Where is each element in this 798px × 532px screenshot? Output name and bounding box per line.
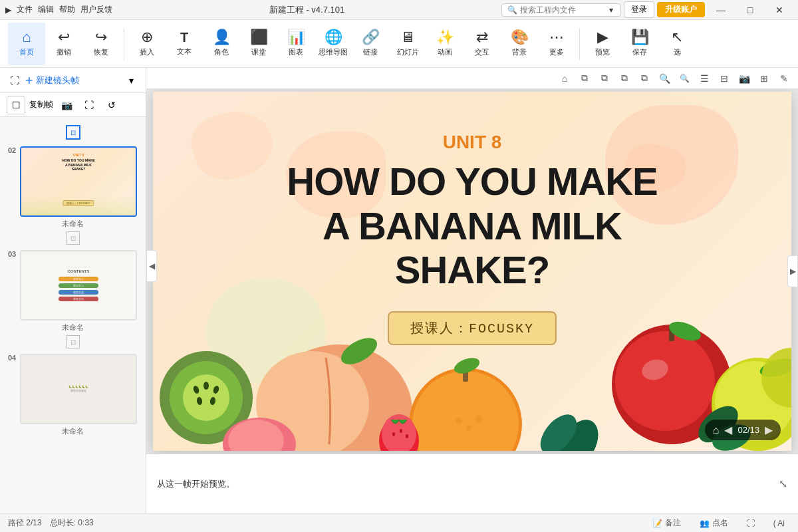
- copy-frame-toolbar: ☐ 复制帧 📷 ⛶ ↺: [0, 93, 146, 117]
- menu-file[interactable]: 文件: [17, 4, 33, 15]
- app-title: 新建工程 - v4.7.101: [269, 4, 344, 16]
- canvas-camera-icon[interactable]: 📷: [735, 70, 753, 87]
- tool-insert[interactable]: ⊕ 插入: [128, 23, 166, 65]
- right-expand-button[interactable]: ▶: [787, 255, 798, 287]
- tool-text[interactable]: T 文本: [166, 23, 203, 65]
- canvas-grid-icon[interactable]: ⊞: [755, 70, 773, 87]
- close-button[interactable]: ✕: [766, 0, 793, 20]
- slide-navigation: ⌂ ◀ 02/13 ▶: [705, 420, 781, 440]
- nav-next-button[interactable]: ▶: [765, 424, 773, 436]
- tool-select[interactable]: ↖ 选: [658, 23, 696, 65]
- frame-03-contents-label: CONTENTS: [68, 269, 90, 273]
- tool-preview[interactable]: ▶ 预览: [584, 23, 621, 65]
- sidebar-scroll-down[interactable]: ▾: [122, 71, 140, 90]
- search-icon: 🔍: [507, 5, 517, 15]
- canvas-toolbar: ⌂ ⧉ ⧉ ⧉ ⧉ 🔍 🔍 ☰ ⊟ 📷 ⊞ ✎: [146, 68, 798, 89]
- frame-03-thumb[interactable]: CONTENTS 课堂导入 重点学习 随堂巩固 课堂总结: [20, 250, 137, 321]
- tool-home[interactable]: ⌂ 首页: [8, 23, 45, 65]
- tool-undo[interactable]: ↩ 撤销: [45, 23, 82, 65]
- refresh-icon[interactable]: ↺: [102, 96, 121, 114]
- tool-insert-label: 插入: [140, 47, 154, 57]
- notes-button[interactable]: 📝 备注: [647, 516, 686, 530]
- copy-frame-checkbox[interactable]: ☐: [7, 96, 25, 114]
- tool-link[interactable]: 🔗 链接: [352, 23, 389, 65]
- notes-icon: 📝: [652, 519, 662, 528]
- search-bar[interactable]: 🔍 ▾: [501, 3, 621, 17]
- frame-02-thumb[interactable]: UNIT 8 HOW DO YOU MAKEA BANANA MILKSHAKE…: [20, 146, 137, 217]
- frame-03-row: 03 CONTENTS 课堂导入 重点学习 随堂巩固 课堂总结: [8, 250, 138, 321]
- login-button[interactable]: 登录: [624, 1, 654, 18]
- title-line2: A BANANA MILK: [323, 204, 622, 247]
- sidebar-collapse-button[interactable]: ◀: [146, 250, 157, 282]
- unit-label: UNIT 8: [443, 132, 502, 153]
- frame-add-between-1[interactable]: ⊡: [66, 231, 80, 245]
- slide-main-content: UNIT 8 HOW DO YOU MAKE A BANANA MILK SHA…: [153, 92, 791, 451]
- tool-slide[interactable]: 🖥 幻灯片: [389, 23, 426, 65]
- nav-prev-button[interactable]: ◀: [724, 424, 732, 436]
- tool-classroom[interactable]: ⬛ 课堂: [240, 23, 277, 65]
- search-dropdown-icon[interactable]: ▾: [609, 5, 613, 15]
- camera-icon[interactable]: 📷: [57, 96, 76, 114]
- tool-role[interactable]: 👤 角色: [203, 23, 240, 65]
- toolbar: ⌂ 首页 ↩ 撤销 ↪ 恢复 ⊕ 插入 T 文本 👤 角色 ⬛ 课堂 📊 图表 …: [0, 20, 798, 68]
- more-icon: ⋯: [549, 30, 564, 45]
- frame-add-between-2[interactable]: ⊡: [66, 335, 80, 348]
- frame-03-num: 03: [8, 250, 17, 258]
- frame-03-name: 未命名: [8, 323, 138, 332]
- main-area: ⛶ + 新建镜头帧 ▾ ☐ 复制帧 📷 ⛶ ↺ ⊡: [0, 68, 798, 513]
- title-line1: HOW DO YOU MAKE: [287, 160, 658, 203]
- bg-icon: 🎨: [511, 30, 529, 45]
- fullscreen-icon: ⛶: [747, 519, 755, 528]
- canvas-edit-icon[interactable]: ✎: [775, 70, 793, 87]
- sidebar-frame-corner-icon[interactable]: ⛶: [5, 71, 24, 90]
- menu-edit[interactable]: 编辑: [38, 4, 54, 15]
- canvas-copy3-icon[interactable]: ⧉: [616, 70, 633, 87]
- frame-04-thumb[interactable]: 🐛🐛🐛🐛🐛🐛课堂内容预览: [20, 354, 137, 424]
- attendance-button[interactable]: 👥 点名: [694, 516, 733, 530]
- tool-save[interactable]: 💾 保存: [621, 23, 658, 65]
- tool-animation[interactable]: ✨ 动画: [426, 23, 464, 65]
- canvas-copy2-icon[interactable]: ⧉: [596, 70, 613, 87]
- tool-chart[interactable]: 📊 图表: [277, 23, 315, 65]
- tool-classroom-label: 课堂: [251, 47, 266, 57]
- tool-interact[interactable]: ⇄ 交互: [464, 23, 501, 65]
- frame-divider-1: ⊡: [0, 230, 146, 246]
- tool-redo[interactable]: ↪ 恢复: [82, 23, 120, 65]
- add-frame-button[interactable]: + 新建镜头帧: [25, 74, 79, 87]
- ai-button[interactable]: ( Ai: [768, 517, 790, 529]
- frame-04-row: 04 🐛🐛🐛🐛🐛🐛课堂内容预览: [8, 354, 138, 424]
- canvas-copy4-icon[interactable]: ⧉: [636, 70, 653, 87]
- canvas-list-icon[interactable]: ☰: [696, 70, 713, 87]
- nav-page-indicator: 02/13: [737, 425, 759, 435]
- canvas-copy1-icon[interactable]: ⧉: [576, 70, 593, 87]
- status-right: 📝 备注 👥 点名 ⛶ ( Ai: [647, 516, 790, 530]
- minimize-button[interactable]: —: [708, 0, 734, 20]
- canvas-zoomout-icon[interactable]: 🔍: [676, 70, 693, 87]
- frame-item-02: 02 UNIT 8 HOW DO YOU MAKEA BANANA MILKSH…: [0, 142, 146, 230]
- frame-04-preview: 🐛🐛🐛🐛🐛🐛课堂内容预览: [68, 385, 88, 392]
- frame-02-marker: ⊡: [0, 122, 146, 142]
- tool-bg-label: 背景: [512, 47, 527, 57]
- tool-more[interactable]: ⋯ 更多: [538, 23, 575, 65]
- tool-mindmap[interactable]: 🌐 思维导图: [315, 23, 352, 65]
- redo-icon: ↪: [95, 30, 107, 45]
- menu-help[interactable]: 帮助: [59, 4, 75, 15]
- notes-expand-button[interactable]: ⤡: [779, 477, 787, 490]
- menu-feedback[interactable]: 用户反馈: [80, 4, 112, 15]
- canvas-home-icon[interactable]: ⌂: [556, 70, 573, 87]
- fullscreen-button[interactable]: ⛶: [741, 517, 760, 529]
- copy-frame-label: 复制帧: [29, 99, 53, 110]
- slide-canvas[interactable]: UNIT 8 HOW DO YOU MAKE A BANANA MILK SHA…: [146, 89, 798, 454]
- frame-divider-2: ⊡: [0, 334, 146, 350]
- expand-frame-icon[interactable]: ⛶: [80, 96, 98, 114]
- search-input[interactable]: [520, 5, 606, 15]
- upgrade-button[interactable]: 升级账户: [657, 2, 705, 17]
- nav-home-icon[interactable]: ⌂: [713, 424, 720, 436]
- canvas-zoomin-icon[interactable]: 🔍: [656, 70, 673, 87]
- animation-icon: ✨: [436, 30, 454, 45]
- tool-bg[interactable]: 🎨 背景: [501, 23, 538, 65]
- canvas-minus-icon[interactable]: ⊟: [716, 70, 733, 87]
- tool-animation-label: 动画: [438, 47, 452, 57]
- maximize-button[interactable]: □: [737, 0, 763, 20]
- title-bar: ▶ 文件 编辑 帮助 用户反馈 新建工程 - v4.7.101 🔍 ▾ 登录 升…: [0, 0, 798, 20]
